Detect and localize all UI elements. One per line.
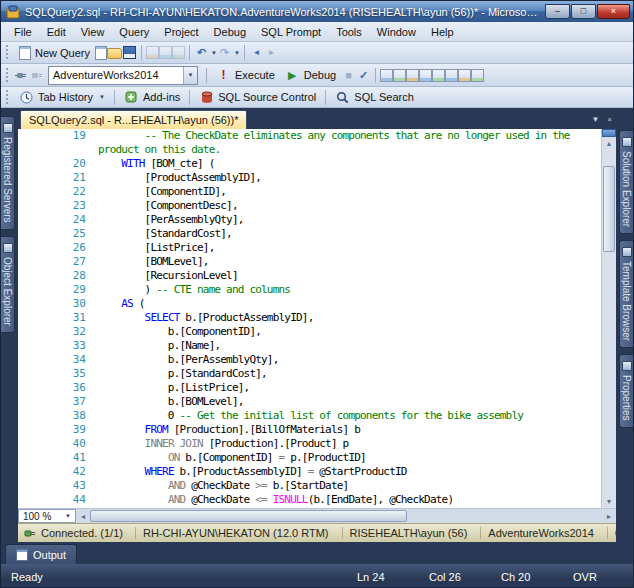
menu-query[interactable]: Query xyxy=(112,24,156,40)
code-line[interactable]: b.[PerAssemblyQty], xyxy=(98,353,601,367)
document-tab-sqlquery2[interactable]: SQLQuery2.sql - R...EHEALTH\ayun (56))* xyxy=(20,110,247,129)
horizontal-scroll-track[interactable] xyxy=(90,509,602,523)
menu-tools[interactable]: Tools xyxy=(329,24,369,40)
code-line[interactable]: [ComponentID], xyxy=(98,185,601,199)
menu-sql-prompt[interactable]: SQL Prompt xyxy=(254,24,328,40)
tool-tab-solution-explorer[interactable]: Solution Explorer xyxy=(619,130,633,234)
vertical-scroll-thumb[interactable] xyxy=(603,166,615,252)
menu-view[interactable]: View xyxy=(74,24,112,40)
code-line[interactable]: p.[ListPrice], xyxy=(98,381,601,395)
horizontal-scroll-thumb[interactable] xyxy=(90,510,407,522)
output-tab-label: Output xyxy=(33,549,66,561)
navigate-forward-icon[interactable]: ► xyxy=(264,45,279,60)
splitter-handle[interactable] xyxy=(602,129,616,137)
toolbar-grip[interactable] xyxy=(5,45,10,60)
redo-dropdown-icon[interactable]: ▼ xyxy=(234,50,240,56)
tool-tab-output[interactable]: Output xyxy=(5,544,77,564)
code-line[interactable]: ) -- CTE name and columns xyxy=(98,283,601,297)
code-line[interactable]: [BOMLevel], xyxy=(98,255,601,269)
intellisense-icon[interactable] xyxy=(406,69,419,82)
scroll-left-icon[interactable]: ◄ xyxy=(76,509,90,523)
menu-project[interactable]: Project xyxy=(157,24,205,40)
code-editor[interactable]: 1920212223242526272829303132333435363738… xyxy=(18,129,616,508)
navigate-backward-icon[interactable]: ◄ xyxy=(249,45,264,60)
new-file-icon[interactable] xyxy=(95,46,107,60)
execute-button[interactable]: ! Execute xyxy=(211,67,280,84)
actual-plan-icon[interactable] xyxy=(419,69,432,82)
save-icon[interactable] xyxy=(123,46,136,59)
database-selector-dropdown-icon[interactable]: ▼ xyxy=(183,67,197,84)
scroll-down-icon[interactable]: ▼ xyxy=(602,495,616,508)
disconnect-icon[interactable] xyxy=(29,68,44,83)
code-line[interactable]: -- The CheckDate eliminates any componen… xyxy=(98,129,601,143)
code-line[interactable]: [StandardCost], xyxy=(98,227,601,241)
code-line[interactable]: AND @CheckDate <= ISNULL(b.[EndDate], @C… xyxy=(98,493,601,507)
tool-tab-properties[interactable]: Properties xyxy=(619,354,633,428)
debug-button[interactable]: ▶ Debug xyxy=(280,67,341,84)
toolbar-grip[interactable] xyxy=(5,90,10,105)
code-line[interactable]: p.[Name], xyxy=(98,339,601,353)
connect-icon[interactable] xyxy=(14,68,29,83)
new-query-button[interactable]: New Query xyxy=(14,45,95,61)
code-line[interactable]: AS ( xyxy=(98,297,601,311)
code-line[interactable]: b.[BOMLevel], xyxy=(98,395,601,409)
active-files-dropdown-icon[interactable]: ▼ xyxy=(591,115,599,124)
scroll-up-icon[interactable]: ▲ xyxy=(602,137,616,150)
code-line[interactable]: product on this date. xyxy=(98,143,601,157)
sql-search-button[interactable]: SQL Search xyxy=(330,89,419,106)
estimated-plan-icon[interactable] xyxy=(380,69,393,82)
redo-icon[interactable]: ↷ xyxy=(217,45,232,60)
maximize-button[interactable]: □ xyxy=(571,4,596,19)
code-line[interactable]: ON b.[ComponentID] = p.[ProductID] xyxy=(98,451,601,465)
paste-icon[interactable] xyxy=(172,46,185,59)
close-document-icon[interactable]: × xyxy=(607,115,612,124)
zoom-selector[interactable]: 100 % ▼ xyxy=(18,509,76,523)
undo-icon[interactable]: ↶ xyxy=(194,45,209,60)
menu-window[interactable]: Window xyxy=(370,24,423,40)
code-line[interactable]: [ListPrice], xyxy=(98,241,601,255)
menu-file[interactable]: File xyxy=(7,24,39,40)
code-line[interactable]: FROM [Production].[BillOfMaterials] b xyxy=(98,423,601,437)
code-line[interactable]: INNER JOIN [Production].[Product] p xyxy=(98,437,601,451)
database-selector[interactable]: AdventureWorks2014 ▼ xyxy=(48,66,198,85)
code-line[interactable]: [RecursionLevel] xyxy=(98,269,601,283)
stop-icon[interactable]: ■ xyxy=(341,68,356,83)
scroll-right-icon[interactable]: ► xyxy=(602,509,616,523)
results-to-grid-icon[interactable] xyxy=(445,69,458,82)
menu-help[interactable]: Help xyxy=(424,24,461,40)
line-number: 32 xyxy=(18,325,86,339)
close-button[interactable]: × xyxy=(597,4,630,19)
code-line[interactable]: p.[StandardCost], xyxy=(98,367,601,381)
tool-tab-object-explorer[interactable]: Object Explorer xyxy=(1,236,15,333)
tool-tab-template-browser[interactable]: Template Browser xyxy=(619,240,633,348)
tab-history-button[interactable]: Tab History ▼ xyxy=(14,89,110,106)
code-text[interactable]: -- The CheckDate eliminates any componen… xyxy=(96,129,601,508)
toolbar-grip[interactable] xyxy=(5,68,10,83)
addins-button[interactable]: Add-ins xyxy=(119,89,185,106)
sql-source-control-button[interactable]: SQL Source Control xyxy=(194,89,321,106)
minimize-button[interactable]: – xyxy=(545,4,570,19)
comment-out-icon[interactable] xyxy=(471,69,484,82)
code-line[interactable]: b.[ComponentID], xyxy=(98,325,601,339)
vertical-scroll-track[interactable] xyxy=(602,150,616,495)
code-line[interactable]: WHERE b.[ProductAssemblyID] = @StartProd… xyxy=(98,465,601,479)
client-statistics-icon[interactable] xyxy=(432,69,445,82)
code-line[interactable]: WITH [BOM_cte] ( xyxy=(98,157,601,171)
menu-debug[interactable]: Debug xyxy=(207,24,253,40)
menu-edit[interactable]: Edit xyxy=(40,24,73,40)
code-line[interactable]: AND @CheckDate >= b.[StartDate] xyxy=(98,479,601,493)
results-to-text-icon[interactable] xyxy=(458,69,471,82)
cut-icon[interactable] xyxy=(146,46,159,59)
code-line[interactable]: [PerAssemblyQty], xyxy=(98,213,601,227)
code-line[interactable]: [ProductAssemblyID], xyxy=(98,171,601,185)
open-file-icon[interactable] xyxy=(107,48,122,59)
parse-icon[interactable]: ✓ xyxy=(356,68,371,83)
vertical-scrollbar[interactable]: ▲ ▼ xyxy=(601,129,616,508)
copy-icon[interactable] xyxy=(159,46,172,59)
query-options-icon[interactable] xyxy=(393,69,406,82)
code-line[interactable]: 0 -- Get the initial list of components … xyxy=(98,409,601,423)
code-line[interactable]: [ComponentDesc], xyxy=(98,199,601,213)
code-line[interactable]: SELECT b.[ProductAssemblyID], xyxy=(98,311,601,325)
horizontal-scrollbar[interactable]: ◄ ► xyxy=(76,509,616,523)
tool-tab-registered-servers[interactable]: Registered Servers xyxy=(1,116,15,230)
